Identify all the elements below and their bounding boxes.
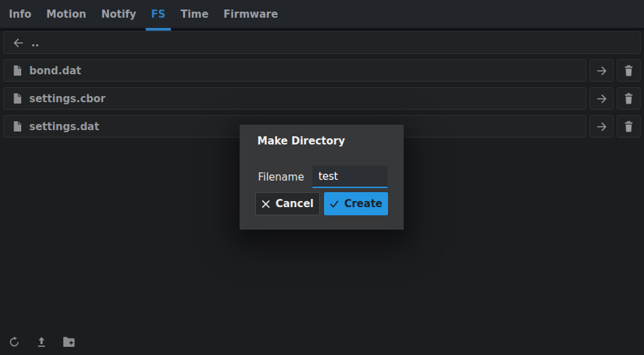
file-name: settings.cbor: [29, 93, 106, 105]
make-directory-dialog: Make Directory Filename Cancel Create: [240, 125, 404, 230]
refresh-icon: [8, 336, 20, 348]
tab-bar: Info Motion Notify FS Time Firmware: [0, 0, 644, 31]
cancel-label: Cancel: [276, 198, 314, 210]
arrow-right-icon: [596, 121, 608, 133]
file-name: settings.dat: [29, 121, 99, 133]
cancel-button[interactable]: Cancel: [255, 192, 320, 215]
filename-label: Filename: [258, 171, 304, 183]
file-icon: [12, 93, 22, 104]
file-delete-button[interactable]: [617, 87, 641, 110]
trash-icon: [624, 65, 634, 76]
file-name: bond.dat: [29, 65, 81, 77]
file-open-button[interactable]: bond.dat: [3, 59, 586, 82]
create-label: Create: [344, 198, 383, 210]
arrow-right-icon: [596, 65, 608, 77]
tab-info[interactable]: Info: [9, 0, 31, 28]
upload-button[interactable]: [35, 336, 48, 348]
x-icon: [261, 200, 270, 209]
file-download-button[interactable]: [590, 115, 613, 138]
arrow-left-icon: [12, 37, 25, 49]
file-download-button[interactable]: [590, 87, 613, 110]
fs-toolbar: [8, 336, 76, 348]
tab-firmware[interactable]: Firmware: [223, 0, 278, 28]
new-folder-icon: [63, 337, 76, 348]
upload-icon: [35, 336, 48, 348]
new-folder-button[interactable]: [63, 337, 76, 348]
trash-icon: [624, 121, 634, 132]
parent-directory-label: ..: [31, 37, 39, 49]
trash-icon: [624, 93, 634, 104]
file-download-button[interactable]: [590, 59, 613, 82]
filename-form-row: Filename: [258, 166, 387, 188]
tab-motion[interactable]: Motion: [46, 0, 86, 28]
fs-page: Info Motion Notify FS Time Firmware .. b…: [0, 0, 644, 138]
arrow-right-icon: [596, 93, 608, 105]
file-row: settings.cbor: [3, 87, 641, 110]
filename-input[interactable]: [312, 166, 387, 188]
file-delete-button[interactable]: [617, 115, 641, 138]
file-delete-button[interactable]: [617, 59, 641, 82]
file-open-button[interactable]: settings.cbor: [3, 87, 586, 110]
tab-fs[interactable]: FS: [151, 0, 165, 28]
parent-directory-row[interactable]: ..: [3, 31, 641, 54]
create-button[interactable]: Create: [324, 192, 389, 215]
dialog-buttons: Cancel Create: [255, 192, 388, 215]
file-list: .. bond.dat: [3, 31, 641, 138]
tab-time[interactable]: Time: [180, 0, 208, 28]
check-icon: [329, 200, 339, 209]
file-icon: [12, 65, 22, 76]
file-icon: [12, 121, 22, 132]
refresh-button[interactable]: [8, 336, 20, 348]
file-row: bond.dat: [3, 59, 641, 82]
dialog-title: Make Directory: [257, 135, 386, 147]
tab-notify[interactable]: Notify: [101, 0, 136, 28]
